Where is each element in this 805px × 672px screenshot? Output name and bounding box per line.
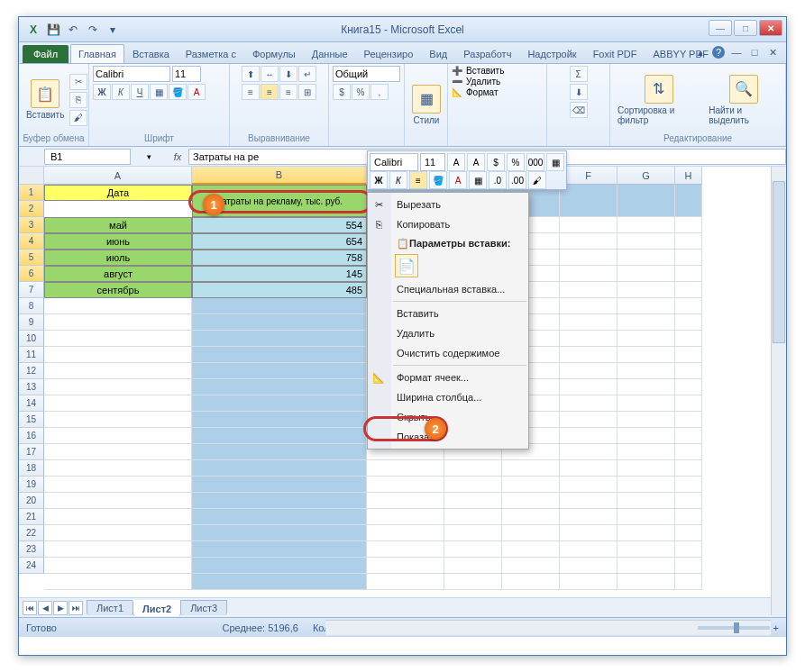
cell-B6[interactable]: 485 — [192, 282, 367, 298]
cell-B5[interactable]: 145 — [192, 266, 367, 282]
cell-A11[interactable] — [44, 363, 192, 379]
cell-B16[interactable] — [192, 444, 367, 460]
cell-G18[interactable] — [617, 477, 675, 493]
cell-C23[interactable] — [367, 558, 444, 574]
cell-A5[interactable]: август — [44, 266, 192, 282]
cell-G9[interactable] — [617, 331, 675, 347]
column-header-F[interactable]: F — [560, 167, 617, 185]
tab-addins[interactable]: Надстройк — [519, 44, 584, 63]
cell-A10[interactable] — [44, 347, 192, 363]
mini-borders-icon[interactable]: ▦ — [546, 153, 564, 171]
cell-H4[interactable] — [675, 250, 702, 266]
cell-D17[interactable] — [444, 460, 502, 477]
tab-developer[interactable]: Разработч — [455, 44, 519, 63]
row-header-13[interactable]: 13 — [19, 379, 44, 395]
cell-F17[interactable] — [560, 460, 617, 477]
row-header-16[interactable]: 16 — [19, 428, 44, 444]
cell-E17[interactable] — [502, 460, 560, 477]
cell-C22[interactable] — [367, 541, 444, 558]
cell-H11[interactable] — [675, 363, 702, 379]
mini-center-icon[interactable]: ≡ — [409, 171, 427, 189]
name-box[interactable]: B1 — [44, 149, 131, 165]
tab-home[interactable]: Главная — [70, 44, 124, 63]
mini-fill-icon[interactable]: 🪣 — [429, 171, 447, 189]
currency-icon[interactable]: $ — [333, 84, 351, 100]
align-bot-icon[interactable]: ⬇ — [279, 66, 297, 82]
ctx-paste-special[interactable]: Специальная вставка... — [368, 279, 528, 299]
tab-layout[interactable]: Разметка с — [178, 44, 244, 63]
cell-E23[interactable] — [502, 558, 560, 574]
row-header-17[interactable]: 17 — [19, 444, 44, 460]
row-header-20[interactable]: 20 — [19, 493, 44, 509]
row-header-22[interactable]: 22 — [19, 525, 44, 541]
cell-B12[interactable] — [192, 379, 367, 395]
cell-H20[interactable] — [675, 509, 702, 525]
mini-font-combo[interactable]: Calibri — [370, 153, 418, 171]
chevron-down-icon[interactable]: ▾ — [147, 152, 151, 161]
tab-data[interactable]: Данные — [304, 44, 356, 63]
cell-F4[interactable] — [560, 250, 617, 266]
row-header-19[interactable]: 19 — [19, 477, 44, 493]
row-header-7[interactable]: 7 — [19, 282, 44, 298]
row-header-6[interactable]: 6 — [19, 266, 44, 282]
cell-H5[interactable] — [675, 266, 702, 282]
row-header-11[interactable]: 11 — [19, 347, 44, 363]
cell-B20[interactable] — [192, 509, 367, 525]
mini-italic-icon[interactable]: К — [389, 171, 407, 189]
cell-G13[interactable] — [617, 395, 675, 412]
column-header-A[interactable]: A — [44, 167, 192, 185]
cell-C20[interactable] — [367, 509, 444, 525]
row-header-1[interactable]: 1 — [19, 185, 44, 201]
cell-A12[interactable] — [44, 379, 192, 395]
cell-F21[interactable] — [560, 525, 617, 541]
cell-A1[interactable]: Дата — [44, 185, 192, 201]
row-header-18[interactable]: 18 — [19, 460, 44, 477]
italic-button[interactable]: К — [112, 84, 130, 100]
align-center-icon[interactable]: ≡ — [261, 84, 279, 100]
cell-E20[interactable] — [502, 509, 560, 525]
cell-C21[interactable] — [367, 525, 444, 541]
cell-G7[interactable] — [617, 298, 675, 314]
cell-H6[interactable] — [675, 282, 702, 298]
mini-grow-icon[interactable]: A — [447, 153, 465, 171]
cell-B14[interactable] — [192, 412, 367, 428]
cell-F1[interactable] — [560, 185, 617, 217]
cell-G5[interactable] — [617, 266, 675, 282]
cell-F10[interactable] — [560, 347, 617, 363]
mini-currency-icon[interactable]: $ — [487, 153, 505, 171]
cell-G17[interactable] — [617, 460, 675, 477]
cell-B7[interactable] — [192, 298, 367, 314]
row-header-3[interactable]: 3 — [19, 217, 44, 233]
cell-A20[interactable] — [44, 509, 192, 525]
cell-G12[interactable] — [617, 379, 675, 395]
cell-G16[interactable] — [617, 444, 675, 460]
cell-H17[interactable] — [675, 460, 702, 477]
cell-E21[interactable] — [502, 525, 560, 541]
doc-min-icon[interactable]: — — [730, 46, 743, 59]
delete-cells-button[interactable]: ➖Удалить — [452, 77, 543, 86]
merge-icon[interactable]: ⊞ — [298, 84, 316, 100]
cell-H21[interactable] — [675, 525, 702, 541]
cell-D20[interactable] — [444, 509, 502, 525]
cell-H2[interactable] — [675, 217, 702, 233]
sheet-tab-1[interactable]: Лист1 — [87, 600, 133, 615]
cell-G14[interactable] — [617, 412, 675, 428]
row-header-4[interactable]: 4 — [19, 233, 44, 250]
ctx-copy[interactable]: ⎘Копировать — [368, 214, 528, 234]
border-button[interactable]: ▦ — [150, 84, 168, 100]
mini-border-icon[interactable]: ▦ — [469, 171, 487, 189]
cell-C17[interactable] — [367, 460, 444, 477]
cell-H7[interactable] — [675, 298, 702, 314]
cell-F12[interactable] — [560, 379, 617, 395]
format-painter-icon[interactable]: 🖌 — [69, 110, 87, 126]
cell-H19[interactable] — [675, 493, 702, 509]
insert-cells-button[interactable]: ➕Вставить — [452, 66, 543, 76]
cell-A8[interactable] — [44, 314, 192, 331]
minimize-button[interactable]: — — [709, 20, 732, 36]
cell-E19[interactable] — [502, 493, 560, 509]
zoom-in-button[interactable]: + — [773, 622, 779, 633]
cell-G4[interactable] — [617, 250, 675, 266]
ctx-hide[interactable]: Скрыть — [368, 407, 528, 427]
bold-button[interactable]: Ж — [93, 84, 111, 100]
cell-F24[interactable] — [560, 574, 617, 590]
